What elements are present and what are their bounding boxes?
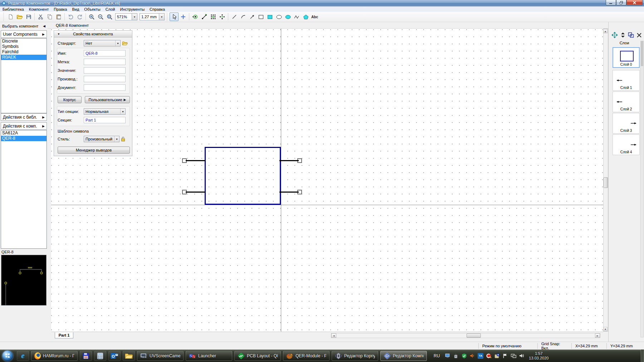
merge-selection-icon[interactable] <box>628 32 634 38</box>
style-lock-icon[interactable] <box>121 137 125 142</box>
properties-header[interactable]: ▼ Свойства компонента <box>54 31 132 38</box>
scroll-left-icon[interactable]: ◄ <box>331 333 336 338</box>
tray-flag-icon[interactable] <box>502 353 508 359</box>
floppy-save-icon[interactable] <box>80 351 92 361</box>
menu-edit[interactable]: Правка <box>51 6 69 12</box>
pin-top-right[interactable] <box>279 160 299 161</box>
schematic-canvas[interactable]: ▼ Свойства компонента Стандарт: Нет ▾ Им… <box>51 29 603 332</box>
polyline-tool-button[interactable] <box>292 13 301 21</box>
task-component-editor[interactable]: Редактор Компо... <box>380 351 427 361</box>
grid-combo-arrow-icon[interactable]: ▾ <box>159 14 164 20</box>
horizontal-scroll-thumb[interactable] <box>467 333 481 338</box>
zoom-out-button[interactable] <box>96 13 105 21</box>
layer-card-4[interactable]: Слой 4 <box>613 134 640 155</box>
layer-card-1[interactable]: Слой 1 <box>613 70 640 91</box>
pin-manager-button[interactable]: Менеджер выводов <box>58 147 130 154</box>
menu-layer[interactable]: Слой <box>103 6 118 12</box>
taskbar-clock[interactable]: 1:57 13.03.2020 <box>529 351 548 361</box>
new-file-button[interactable] <box>6 13 15 21</box>
scroll-right-icon[interactable]: ► <box>595 333 600 338</box>
component-item[interactable]: SA612A <box>1 130 47 136</box>
section-field[interactable] <box>84 117 126 123</box>
save-button[interactable] <box>24 13 33 21</box>
manufacturer-field[interactable] <box>84 76 126 82</box>
library-item[interactable]: Discrete <box>1 39 47 44</box>
filled-ellipse-tool-button[interactable] <box>283 13 292 21</box>
section-type-arrow-icon[interactable]: ▾ <box>120 109 125 114</box>
redo-button[interactable] <box>75 13 84 21</box>
zoom-in-button[interactable] <box>87 13 96 21</box>
line-tool-button[interactable] <box>230 13 239 21</box>
datasheet-field[interactable] <box>84 84 126 91</box>
place-pin-radial-button[interactable] <box>218 13 226 21</box>
close-button[interactable] <box>626 0 643 5</box>
standard-combo-arrow-icon[interactable]: ▾ <box>115 40 120 46</box>
show-desktop-button[interactable] <box>641 349 644 362</box>
style-arrow-icon[interactable]: ▾ <box>114 136 119 142</box>
calculator-icon[interactable] <box>94 351 106 361</box>
scroll-down-icon[interactable]: ▼ <box>603 327 608 331</box>
minimize-button[interactable] <box>606 0 616 5</box>
task-pattern-editor[interactable]: Редактор Корпус... <box>332 351 378 361</box>
open-file-button[interactable] <box>15 13 24 21</box>
layer-card-3[interactable]: Слой 3 <box>613 113 640 134</box>
tray-security-shield-icon[interactable] <box>461 353 467 359</box>
library-item[interactable]: Symbols <box>1 44 47 49</box>
vertical-scrollbar[interactable]: ▲ ▼ <box>603 29 608 332</box>
place-pin-button[interactable] <box>191 13 200 21</box>
zoom-window-button[interactable] <box>105 13 114 21</box>
task-pcb-layout[interactable]: PCB Layout - QER... <box>234 351 281 361</box>
menu-help[interactable]: Справка <box>147 6 167 12</box>
outlook-icon[interactable]: O <box>108 351 121 361</box>
polygon-tool-button[interactable] <box>301 13 310 21</box>
mark-field[interactable] <box>84 59 126 65</box>
document-tab[interactable]: QER-8 Компонент <box>56 23 89 28</box>
vertical-scroll-thumb[interactable] <box>604 177 608 188</box>
language-indicator[interactable]: RU <box>434 353 440 358</box>
filled-rectangle-tool-button[interactable] <box>265 13 274 21</box>
layers-scroll-thumb[interactable] <box>641 41 643 66</box>
pin-bottom-left[interactable] <box>186 192 205 193</box>
cut-button[interactable] <box>36 13 45 21</box>
menu-library[interactable]: Библиотека <box>0 6 26 12</box>
tray-ta-indicator-icon[interactable]: TA <box>478 353 483 359</box>
task-uvscreencamera[interactable]: UVScreenCamera <box>137 351 184 361</box>
ellipse-tool-button[interactable] <box>274 13 283 21</box>
zoom-combo-arrow-icon[interactable]: ▾ <box>132 14 137 20</box>
rectangle-tool-button[interactable] <box>257 13 265 21</box>
copy-button[interactable] <box>45 13 54 21</box>
value-field[interactable] <box>84 67 126 74</box>
task-qer-module-paint[interactable]: QER-Module - Pai... <box>283 351 330 361</box>
pin-bottom-right[interactable] <box>279 192 299 193</box>
collapse-properties-icon[interactable]: ▼ <box>54 33 63 36</box>
tray-device-icon[interactable] <box>453 353 459 359</box>
task-launcher[interactable]: Launcher <box>186 351 232 361</box>
standard-combobox[interactable]: Нет ▾ <box>84 40 121 46</box>
arc-tool-button[interactable] <box>239 13 248 21</box>
collapse-panel-icon[interactable]: ◀ <box>43 24 45 28</box>
name-field[interactable] <box>84 50 126 56</box>
symbol-body-rectangle[interactable] <box>205 147 281 205</box>
place-pin-array-button[interactable] <box>209 13 218 21</box>
layer-card-2[interactable]: Слой 2 <box>613 91 640 112</box>
arrow-tool-button[interactable] <box>248 13 257 21</box>
origin-tool-button[interactable] <box>179 13 187 21</box>
select-tool-button[interactable] <box>170 13 179 21</box>
layer-card-0[interactable]: Слой 0 <box>613 47 640 68</box>
menu-objects[interactable]: Объекты <box>82 6 103 12</box>
library-actions-button[interactable]: Действия с библ. ▶ <box>1 113 47 121</box>
explorer-folder-icon[interactable] <box>123 351 135 361</box>
library-item-selected[interactable]: R0AEK <box>1 55 47 60</box>
tray-display-icon[interactable] <box>445 353 450 359</box>
component-item-selected[interactable]: QER-8 <box>1 136 47 141</box>
grid-step-combobox[interactable]: 1.27 mm ▾ <box>140 13 165 20</box>
horizontal-scrollbar[interactable]: ◄ ► <box>331 333 600 338</box>
paste-button[interactable] <box>54 13 63 21</box>
custom-fields-button[interactable]: Пользовательские ▶ <box>85 96 130 103</box>
section-type-combobox[interactable]: Нормальная ▾ <box>84 108 126 115</box>
pattern-button[interactable]: Корпус <box>58 96 82 103</box>
tray-network-icon[interactable] <box>511 353 516 359</box>
move-layer-icon[interactable] <box>611 32 618 38</box>
style-combobox[interactable]: Произвольный ▾ <box>84 136 119 142</box>
close-layers-icon[interactable] <box>637 33 641 38</box>
